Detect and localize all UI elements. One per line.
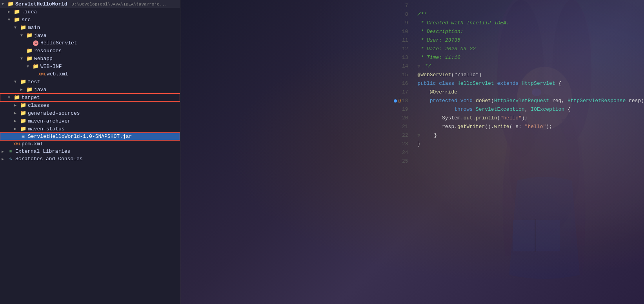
folder-icon: 📁 xyxy=(26,86,33,93)
tree-arrow[interactable] xyxy=(20,57,26,61)
tree-arrow[interactable] xyxy=(14,103,20,108)
tree-arrow[interactable] xyxy=(8,95,13,100)
line-num-text: 12 xyxy=(402,45,408,53)
token: void xyxy=(460,98,473,104)
token: @Override xyxy=(430,89,457,95)
folder-icon: 📁 xyxy=(20,79,27,85)
tree-item-label: ServletHelloWorld D:\DevelopTool\JAVA\ID… xyxy=(15,1,167,7)
lib-icon: ≡ xyxy=(7,149,14,154)
line-number-8: 8 xyxy=(389,10,408,19)
tree-item-test-java[interactable]: 📁java xyxy=(0,86,180,93)
line-num-text: 19 xyxy=(402,105,408,114)
tree-item-root[interactable]: 📁ServletHelloWorld D:\DevelopTool\JAVA\I… xyxy=(0,0,180,8)
tree-arrow[interactable] xyxy=(2,2,7,6)
line-number-24: 24 xyxy=(389,148,408,157)
code-line-14: ▽ */ xyxy=(418,62,644,71)
tree-arrow[interactable] xyxy=(14,111,20,115)
token: ServletException xyxy=(476,106,525,112)
tree-arrow[interactable] xyxy=(14,26,20,30)
tree-item-pom.xml[interactable]: XMLpom.xml xyxy=(0,140,180,148)
token xyxy=(473,98,476,104)
code-line-25 xyxy=(418,157,644,166)
tree-arrow[interactable] xyxy=(8,18,13,22)
tree-item-jar[interactable]: ▣ServletHelloWorld-1.0-SNAPSHOT.jar xyxy=(0,133,180,140)
token: } xyxy=(418,141,421,147)
tree-item-label: java xyxy=(34,33,46,38)
folder-icon: 📁 xyxy=(13,9,20,15)
tree-arrow[interactable] xyxy=(20,33,26,38)
tree-item-classes[interactable]: 📁classes xyxy=(0,101,180,109)
tree-item-WEB-INF[interactable]: 📁WEB-INF xyxy=(0,62,180,70)
tree-arrow[interactable] xyxy=(14,119,20,123)
folder-icon: 📁 xyxy=(20,110,27,116)
token: (). xyxy=(485,124,494,130)
tree-item-resources[interactable]: 📁resources xyxy=(0,47,180,55)
token: HelloServlet xyxy=(457,81,494,86)
token: ); xyxy=(522,115,528,121)
tree-item-src[interactable]: 📁src xyxy=(0,16,180,24)
line-num-text: 16 xyxy=(402,79,408,88)
tree-item-scratches[interactable]: ✎Scratches and Consoles xyxy=(0,155,180,163)
tree-item-main[interactable]: 📁main xyxy=(0,24,180,31)
tree-item-label: maven-archiver xyxy=(28,118,71,124)
tree-item-maven-archiver[interactable]: 📁maven-archiver xyxy=(0,117,180,125)
token: { xyxy=(564,106,571,112)
code-line-16: public class HelloServlet extends HttpSe… xyxy=(418,79,644,88)
tree-item-label: Scratches and Consoles xyxy=(15,156,83,162)
code-line-13: * Time: 11:10 xyxy=(418,53,644,62)
code-line-12: * Date: 2023-09-22 xyxy=(418,45,644,53)
line-num-text: 24 xyxy=(402,148,408,157)
token: write xyxy=(494,124,509,130)
tree-arrow[interactable] xyxy=(8,9,13,14)
code-line-17: @Override xyxy=(418,88,644,97)
tree-item-external-libs[interactable]: ≡External Libraries xyxy=(0,148,180,155)
token xyxy=(454,81,457,86)
tree-item-test[interactable]: 📁test xyxy=(0,78,180,86)
tree-item-generated-sources[interactable]: 📁generated-sources xyxy=(0,109,180,117)
tree-item-java[interactable]: 📁java xyxy=(0,31,180,39)
token: req, xyxy=(549,98,568,104)
tree-item-target[interactable]: 📁target xyxy=(0,93,180,101)
token xyxy=(418,106,455,112)
token: "hello" xyxy=(525,124,546,130)
token: ( xyxy=(491,98,494,104)
folder-icon: 📁 xyxy=(26,32,33,38)
code-line-24 xyxy=(418,148,644,157)
tree-arrow[interactable] xyxy=(27,64,32,69)
tree-arrow[interactable] xyxy=(14,126,20,131)
token: * Created with IntelliJ IDEA. xyxy=(418,20,509,26)
folder-icon: 📁 xyxy=(20,102,27,108)
project-tree[interactable]: 📁ServletHelloWorld D:\DevelopTool\JAVA\I… xyxy=(0,0,180,163)
folder-icon: 📁 xyxy=(32,63,39,70)
tree-arrow[interactable] xyxy=(2,149,7,154)
folder-icon: 📁 xyxy=(13,94,20,101)
line-number-18: @18 xyxy=(389,97,408,105)
line-number-20: 20 xyxy=(389,114,408,123)
line-number-19: 19 xyxy=(389,105,408,114)
line-number-12: 12 xyxy=(389,45,408,53)
tree-item-label: java xyxy=(34,87,46,93)
folder-icon: 📁 xyxy=(20,126,27,132)
line-number-9: 9 xyxy=(389,19,408,27)
tree-item-label: target xyxy=(22,95,40,101)
line-numbers: 7891011121314151617@1819202122232425 xyxy=(389,2,411,304)
token: */ xyxy=(422,63,431,69)
tree-item-webapp[interactable]: 📁webapp xyxy=(0,55,180,62)
tree-item-label: src xyxy=(22,17,31,23)
line-number-21: 21 xyxy=(389,123,408,131)
token: "hello" xyxy=(500,115,522,121)
token: , xyxy=(525,106,531,112)
code-line-9: * Created with IntelliJ IDEA. xyxy=(418,19,644,27)
code-line-8: /** xyxy=(418,10,644,19)
tree-item-web.xml[interactable]: XMLweb.xml xyxy=(0,70,180,78)
tree-item-HelloServlet[interactable]: CHelloServlet xyxy=(0,39,180,47)
token: HttpServletResponse xyxy=(568,98,626,104)
code-line-23: } xyxy=(418,140,644,148)
tree-arrow[interactable] xyxy=(14,80,20,84)
tree-item-idea[interactable]: 📁.idea xyxy=(0,8,180,16)
code-line-7 xyxy=(418,2,644,10)
tree-arrow[interactable] xyxy=(2,157,7,161)
tree-item-label: webapp xyxy=(34,56,53,62)
tree-item-maven-status[interactable]: 📁maven-status xyxy=(0,125,180,133)
tree-arrow[interactable] xyxy=(20,87,26,92)
